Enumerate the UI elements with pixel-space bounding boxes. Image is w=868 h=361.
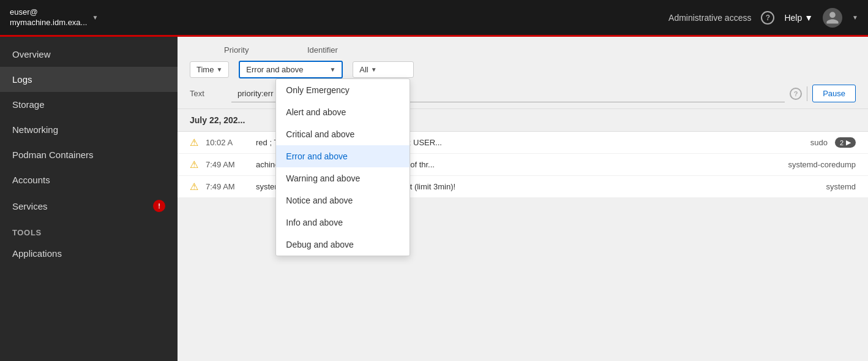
admin-access-label: Administrative access	[668, 13, 751, 23]
log-time: 10:02 A	[206, 138, 249, 147]
sidebar-item-label: Podman Containers	[12, 150, 94, 160]
warning-icon: ⚠	[190, 159, 198, 170]
sidebar-item-label: Applications	[12, 248, 62, 259]
priority-label: Priority	[224, 45, 261, 55]
sidebar-item-label: Logs	[12, 74, 32, 85]
tools-section-header: Tools	[0, 219, 178, 241]
identifier-value: All	[359, 65, 368, 74]
sidebar-item-services[interactable]: Services !	[0, 192, 178, 219]
avatar[interactable]	[823, 8, 842, 28]
sidebar-item-label: Services	[12, 201, 48, 211]
header-left: euser@ mymachine.idm.exa... ▼	[10, 7, 98, 28]
log-badge-count: 2	[840, 139, 844, 146]
sidebar-item-label: Storage	[12, 99, 45, 110]
sidebar-item-label: Overview	[12, 49, 51, 59]
log-time: 7:49 AM	[206, 182, 249, 191]
priority-dropdown-menu: Only Emergency Alert and above Critical …	[275, 78, 410, 256]
priority-option-only-emergency[interactable]: Only Emergency	[276, 79, 410, 101]
services-error-badge: !	[153, 200, 165, 212]
warning-icon: ⚠	[190, 181, 198, 192]
log-time: 7:49 AM	[206, 160, 249, 169]
text-label: Text	[190, 89, 226, 98]
hostname: mymachine.idm.exa...	[10, 18, 87, 28]
priority-value: Error and above	[246, 65, 303, 74]
user-info[interactable]: euser@ mymachine.idm.exa...	[10, 7, 87, 28]
main-layout: Overview Logs Storage Networking Podman …	[0, 37, 868, 361]
log-source: sudo	[748, 138, 828, 147]
log-badge-arrow-icon: ▶	[846, 139, 851, 146]
filter-controls-row: Time ▼ Error and above ▼ Only Emergency …	[190, 61, 856, 78]
header-right: Administrative access ? Help ▼ ▼	[668, 8, 858, 28]
avatar-chevron-icon[interactable]: ▼	[852, 14, 858, 21]
header: euser@ mymachine.idm.exa... ▼ Administra…	[0, 0, 868, 37]
time-label: Time	[196, 65, 214, 74]
sidebar-item-storage[interactable]: Storage	[0, 92, 178, 117]
priority-option-notice-above[interactable]: Notice and above	[276, 189, 410, 211]
user-avatar-icon	[825, 10, 840, 25]
pause-button[interactable]: Pause	[812, 85, 856, 102]
filter-row-priority: Priority Identifier	[190, 45, 856, 55]
text-help-icon[interactable]: ?	[790, 88, 802, 100]
priority-option-debug-above[interactable]: Debug and above	[276, 234, 410, 256]
content-area: Priority Identifier Time ▼ Error and abo…	[178, 37, 868, 361]
identifier-label: Identifier	[307, 45, 344, 55]
log-count-badge[interactable]: 2 ▶	[835, 137, 856, 148]
priority-select-container: Error and above ▼ Only Emergency Alert a…	[239, 61, 343, 78]
priority-option-info-above[interactable]: Info and above	[276, 211, 410, 234]
sidebar-item-accounts[interactable]: Accounts	[0, 167, 178, 192]
sidebar-item-overview[interactable]: Overview	[0, 42, 178, 67]
time-chevron-icon: ▼	[216, 66, 222, 73]
priority-option-warning-above[interactable]: Warning and above	[276, 167, 410, 189]
username: euser@	[10, 7, 87, 18]
identifier-filter-button[interactable]: All ▼	[353, 61, 414, 78]
log-source: systemd-coredump	[776, 160, 856, 169]
priority-chevron-icon: ▼	[329, 66, 335, 73]
priority-option-error-above[interactable]: Error and above	[276, 145, 410, 167]
sidebar-item-label: Accounts	[12, 175, 50, 185]
sidebar-item-logs[interactable]: Logs	[0, 67, 178, 92]
help-label: Help	[784, 13, 802, 23]
priority-option-alert-above[interactable]: Alert and above	[276, 101, 410, 123]
identifier-chevron-icon: ▼	[371, 66, 377, 73]
help-chevron-icon: ▼	[804, 13, 813, 23]
sidebar-item-applications[interactable]: Applications	[0, 241, 178, 266]
help-circle-icon[interactable]: ?	[761, 11, 774, 25]
sidebar-item-label: Networking	[12, 124, 58, 135]
sidebar: Overview Logs Storage Networking Podman …	[0, 37, 178, 361]
user-chevron-icon[interactable]: ▼	[92, 14, 98, 21]
filter-bar: Priority Identifier Time ▼ Error and abo…	[178, 37, 868, 109]
warning-icon: ⚠	[190, 137, 198, 148]
log-source: systemd	[776, 182, 856, 191]
sidebar-item-networking[interactable]: Networking	[0, 117, 178, 142]
time-filter-button[interactable]: Time ▼	[190, 61, 229, 78]
priority-filter-button[interactable]: Error and above ▼	[239, 61, 343, 78]
help-button[interactable]: Help ▼	[784, 13, 813, 23]
priority-option-critical-above[interactable]: Critical and above	[276, 123, 410, 145]
divider	[807, 86, 807, 101]
sidebar-item-podman[interactable]: Podman Containers	[0, 142, 178, 167]
